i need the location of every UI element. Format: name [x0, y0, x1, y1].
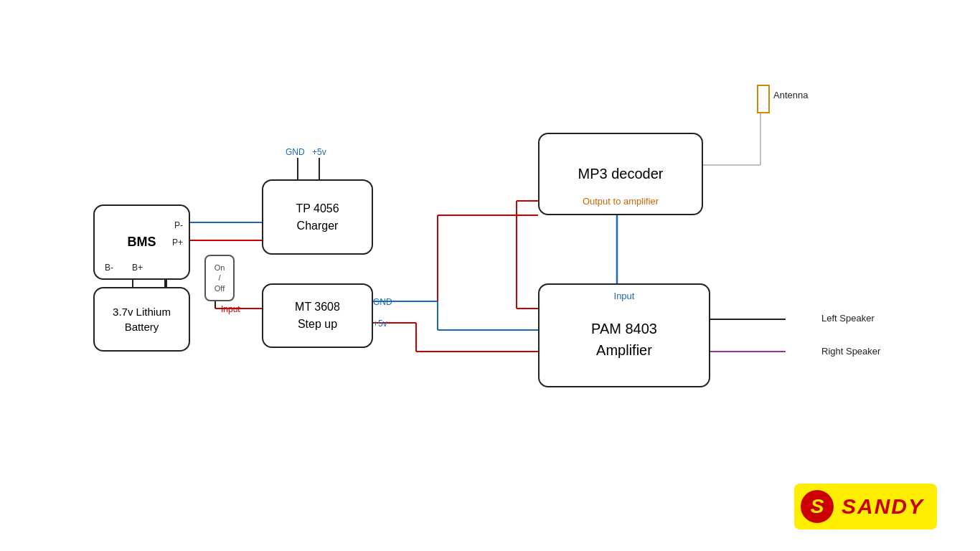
tp4056-gnd-label: GND [286, 147, 305, 157]
mt3608-label: MT 3608Step up [295, 298, 340, 333]
left-speaker [786, 305, 818, 334]
mt3608-component: MT 3608Step up [262, 283, 373, 348]
left-speaker-label: Left Speaker [821, 313, 875, 324]
mp3decoder-output-label: Output to amplifier [540, 196, 702, 207]
switch-component: On/Off [204, 255, 235, 301]
tp4056-5v-label: +5v [312, 147, 326, 157]
sandy-circle-icon: S [798, 488, 836, 525]
mp3decoder-component: MP3 decoder Output to amplifier [538, 133, 703, 215]
sandy-name: SANDY [842, 494, 924, 519]
sandy-symbol: S [811, 495, 824, 518]
sandy-logo: S SANDY [794, 484, 937, 529]
bms-label: BMS [128, 235, 156, 250]
bms-component: BMS B- B+ P- P+ [93, 204, 190, 280]
right-speaker-label: Right Speaker [821, 346, 880, 357]
tp4056-label: TP 4056Charger [296, 200, 339, 235]
battery-label: 3.7v LithiumBattery [113, 304, 171, 334]
battery-component: 3.7v LithiumBattery [93, 287, 190, 352]
mt3608-input-label: Input [221, 304, 240, 314]
tp4056-component: TP 4056Charger [262, 179, 373, 255]
switch-label: On/Off [215, 263, 225, 293]
right-speaker [786, 338, 818, 367]
mt3608-5v-label: +5v [373, 319, 387, 329]
pam8403-input-label: Input [540, 291, 709, 301]
bms-p-plus: P+ [172, 237, 183, 248]
bms-b-minus: B- [105, 263, 113, 273]
bms-b-plus: B+ [132, 263, 143, 273]
mp3decoder-label: MP3 decoder [578, 166, 664, 182]
antenna-symbol [757, 85, 770, 113]
pam8403-label: PAM 8403Amplifier [591, 318, 657, 361]
mt3608-gnd-label: GND [373, 297, 392, 307]
antenna-label: Antenna [773, 90, 808, 100]
bms-p-minus: P- [174, 220, 183, 230]
pam8403-component: Input PAM 8403Amplifier [538, 283, 710, 387]
